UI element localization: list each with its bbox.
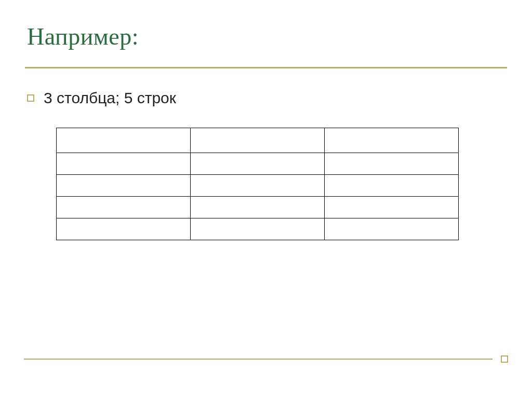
table-row: [57, 197, 459, 218]
table-cell: [191, 197, 325, 218]
example-table-wrap: [56, 128, 459, 240]
table-row: [57, 218, 459, 240]
footer-line: [24, 359, 493, 360]
square-bullet-icon: [27, 94, 34, 102]
content-area: 3 столбца; 5 строк: [3, 68, 529, 240]
table-cell: [191, 175, 325, 197]
table-cell: [325, 197, 459, 218]
table-cell: [57, 197, 191, 218]
example-table: [56, 128, 459, 240]
bullet-item: 3 столбца; 5 строк: [25, 89, 507, 107]
table-row: [57, 175, 459, 197]
table-cell: [57, 128, 191, 153]
title-area: Например:: [3, 3, 529, 60]
footer-square-icon: [501, 355, 508, 363]
bullet-text: 3 столбца; 5 строк: [44, 89, 176, 107]
table-row: [57, 153, 459, 175]
table-cell: [325, 218, 459, 240]
page-title: Например:: [27, 23, 505, 50]
table-cell: [57, 175, 191, 197]
table-cell: [191, 153, 325, 175]
table-cell: [325, 153, 459, 175]
table-cell: [191, 218, 325, 240]
table-cell: [325, 175, 459, 197]
slide-frame: Например: 3 столбца; 5 строк: [3, 3, 529, 395]
table-cell: [57, 153, 191, 175]
table-cell: [325, 128, 459, 153]
footer-divider: [24, 355, 508, 363]
table-row: [57, 128, 459, 153]
table-cell: [57, 218, 191, 240]
table-cell: [191, 128, 325, 153]
